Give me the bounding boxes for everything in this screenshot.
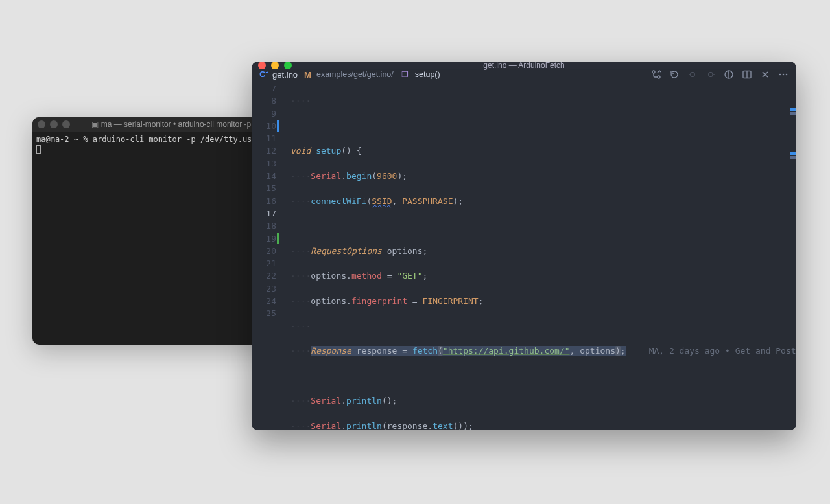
close-icon[interactable] xyxy=(258,62,266,69)
toggle-view-icon[interactable] xyxy=(724,69,734,80)
svg-point-1 xyxy=(658,76,660,78)
zoom-icon[interactable] xyxy=(284,62,292,69)
code-line: ····RequestOptions options; xyxy=(290,245,796,257)
zoom-icon[interactable] xyxy=(62,120,70,128)
code-line: ···· xyxy=(290,95,796,107)
editor-window: get.ino — ArduinoFetch C+ get.ino M exam… xyxy=(252,62,796,430)
breadcrumb-path[interactable]: examples/get/get.ino/ xyxy=(316,70,394,79)
minimap[interactable] xyxy=(790,80,796,430)
more-actions-icon[interactable] xyxy=(778,69,788,80)
code-line: ····Response response = fetch("https://a… xyxy=(290,345,796,357)
file-tab[interactable]: get.ino xyxy=(272,70,298,80)
svg-point-6 xyxy=(779,74,781,76)
terminal-cursor xyxy=(36,145,41,154)
svg-point-7 xyxy=(783,74,785,76)
next-change-icon[interactable] xyxy=(706,69,716,80)
code-line: ····Serial.println(response.text()); xyxy=(290,420,796,430)
close-icon[interactable] xyxy=(38,120,45,128)
svg-point-8 xyxy=(786,74,788,76)
code-line xyxy=(290,120,796,132)
breadcrumb-function[interactable]: setup() xyxy=(415,70,440,79)
compare-changes-icon[interactable] xyxy=(651,69,661,80)
line-gutter: 7 8 9 10 11 12 13 14 15 16 17 18 19 20 2… xyxy=(252,80,283,430)
modified-badge: M xyxy=(304,70,311,80)
split-editor-icon[interactable] xyxy=(742,69,752,80)
git-blame-codelens: MA, 2 days ago • Get and Post example xyxy=(649,346,796,356)
svg-point-3 xyxy=(709,73,713,76)
close-tab-icon[interactable] xyxy=(760,69,770,80)
svg-point-2 xyxy=(691,73,694,76)
code-area[interactable]: ···· void setup() { ····Serial.begin(960… xyxy=(283,80,796,430)
editor-body[interactable]: 7 8 9 10 11 12 13 14 15 16 17 18 19 20 2… xyxy=(252,80,796,430)
minimize-icon[interactable] xyxy=(271,62,279,69)
code-line: ···· xyxy=(290,320,796,332)
code-line: ····Serial.println(); xyxy=(290,395,796,407)
svg-point-0 xyxy=(652,71,655,73)
code-line: ····Serial.begin(9600); xyxy=(290,170,796,182)
tabbar-actions xyxy=(651,69,788,80)
folder-icon: ▣ xyxy=(91,120,99,129)
code-line xyxy=(290,220,796,232)
editor-titlebar[interactable]: get.ino — ArduinoFetch xyxy=(252,62,796,69)
symbol-icon: ❒ xyxy=(401,70,409,79)
code-line: ····options.fingerprint = FINGERPRINT; xyxy=(290,295,796,307)
code-line: ····connectWiFi(SSID, PASSPHRASE); xyxy=(290,195,796,207)
revert-icon[interactable] xyxy=(669,69,680,80)
prev-change-icon[interactable] xyxy=(687,69,698,80)
code-line: void setup() { xyxy=(290,144,796,157)
cpp-file-icon: C+ xyxy=(259,69,268,79)
code-line xyxy=(290,370,796,382)
minimize-icon[interactable] xyxy=(50,120,58,128)
code-line: ····options.method = "GET"; xyxy=(290,269,796,282)
editor-tabbar: C+ get.ino M examples/get/get.ino/ ❒ set… xyxy=(252,69,796,80)
